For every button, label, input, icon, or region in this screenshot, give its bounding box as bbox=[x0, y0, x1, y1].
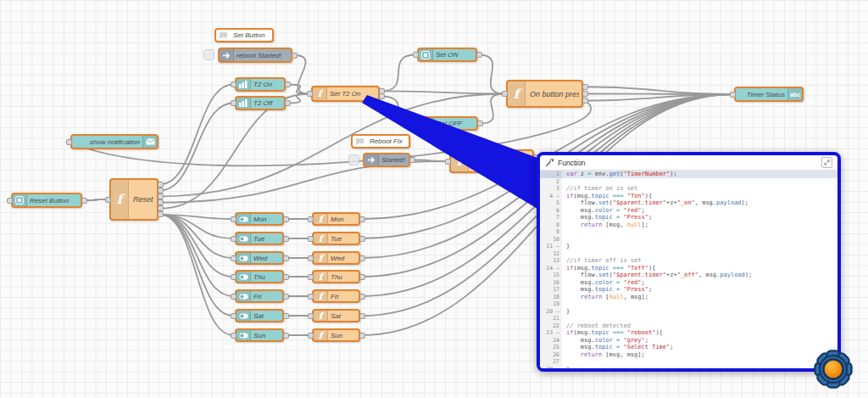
port[interactable] bbox=[158, 193, 164, 199]
t2-on-node[interactable]: T2 On bbox=[235, 77, 286, 92]
reboot-fix-node[interactable]: Reboot Fix bbox=[351, 134, 410, 149]
port[interactable] bbox=[359, 294, 365, 300]
port[interactable] bbox=[308, 313, 314, 319]
port[interactable] bbox=[231, 294, 236, 300]
wire[interactable] bbox=[585, 94, 732, 95]
port[interactable] bbox=[231, 255, 236, 261]
started-node[interactable]: Started! bbox=[363, 153, 410, 167]
wire[interactable] bbox=[160, 215, 233, 238]
wire[interactable] bbox=[160, 215, 233, 219]
wire[interactable] bbox=[160, 94, 504, 197]
port[interactable] bbox=[231, 81, 236, 87]
port[interactable] bbox=[158, 211, 164, 217]
wire[interactable] bbox=[381, 97, 416, 124]
func-tue-node[interactable]: fTue bbox=[312, 232, 360, 245]
port[interactable] bbox=[283, 313, 289, 319]
switch-tue-node[interactable]: Tue bbox=[235, 232, 284, 245]
port[interactable] bbox=[7, 198, 13, 204]
port[interactable] bbox=[158, 205, 164, 211]
port[interactable] bbox=[231, 313, 236, 319]
func-fri-node[interactable]: fFri bbox=[312, 289, 360, 303]
port[interactable] bbox=[283, 333, 289, 339]
wire[interactable] bbox=[160, 85, 233, 185]
switch-sun-node[interactable]: Sun bbox=[235, 328, 284, 342]
port[interactable] bbox=[409, 157, 415, 163]
func-wed-node[interactable]: fWed bbox=[312, 251, 360, 265]
port[interactable] bbox=[414, 121, 420, 126]
expand-button[interactable] bbox=[821, 157, 832, 168]
wire[interactable] bbox=[160, 215, 233, 316]
reboot-started-node[interactable]: reboot Started! bbox=[218, 48, 292, 63]
port[interactable] bbox=[308, 236, 314, 242]
port[interactable] bbox=[359, 216, 365, 222]
port[interactable] bbox=[283, 294, 289, 300]
port[interactable] bbox=[308, 333, 314, 339]
switch-sat-node[interactable]: Sat bbox=[235, 309, 284, 322]
wire[interactable] bbox=[381, 55, 415, 92]
wire[interactable] bbox=[160, 215, 233, 277]
set-on-node[interactable]: Set ON bbox=[417, 48, 477, 62]
port[interactable] bbox=[81, 198, 87, 204]
port[interactable] bbox=[231, 216, 236, 222]
port[interactable] bbox=[158, 199, 164, 205]
port[interactable] bbox=[359, 333, 365, 339]
func-sun-node[interactable]: fSun bbox=[312, 328, 360, 342]
wire[interactable] bbox=[160, 215, 233, 296]
port[interactable] bbox=[359, 274, 365, 280]
port[interactable] bbox=[283, 216, 289, 222]
wire[interactable] bbox=[160, 104, 233, 191]
on-button-press-node[interactable]: fOn button press bbox=[506, 80, 583, 108]
port[interactable] bbox=[445, 159, 451, 165]
port[interactable] bbox=[476, 52, 482, 58]
port[interactable] bbox=[730, 92, 736, 98]
port[interactable] bbox=[379, 93, 385, 99]
port[interactable] bbox=[283, 255, 289, 261]
port[interactable] bbox=[308, 294, 314, 300]
port[interactable] bbox=[359, 236, 365, 242]
set-off-node[interactable]: Set OFF bbox=[418, 116, 478, 131]
show-notification-node[interactable]: show notification bbox=[70, 134, 159, 149]
port[interactable] bbox=[105, 197, 111, 203]
reset-node[interactable]: fReset bbox=[109, 178, 159, 221]
flow-canvas[interactable]: Set Buttonreboot Started!T2 OnT2 OfffSet… bbox=[0, 0, 868, 398]
port[interactable] bbox=[158, 188, 164, 193]
wire[interactable] bbox=[585, 94, 732, 101]
set-button-node[interactable]: Set Button bbox=[214, 28, 274, 42]
port[interactable] bbox=[308, 274, 314, 280]
port[interactable] bbox=[283, 274, 289, 280]
t2-off-node[interactable]: T2 Off bbox=[235, 96, 286, 110]
wire[interactable] bbox=[160, 215, 233, 335]
port[interactable] bbox=[413, 52, 419, 58]
port[interactable] bbox=[359, 313, 365, 319]
port[interactable] bbox=[307, 91, 313, 97]
port[interactable] bbox=[231, 274, 236, 280]
link-stub[interactable] bbox=[203, 49, 214, 60]
wire[interactable] bbox=[480, 94, 504, 124]
code-editor[interactable]: 1var z = env.get("TimerNumber");23//if t… bbox=[540, 171, 837, 368]
port[interactable] bbox=[231, 100, 236, 106]
port[interactable] bbox=[477, 121, 483, 126]
port[interactable] bbox=[582, 91, 588, 97]
port[interactable] bbox=[308, 216, 314, 222]
wire[interactable] bbox=[412, 160, 448, 162]
switch-thu-node[interactable]: Thu bbox=[235, 270, 284, 283]
port[interactable] bbox=[231, 333, 236, 339]
timer-status-node[interactable]: abcTimer Status bbox=[734, 87, 804, 102]
func-sat-node[interactable]: fSat bbox=[312, 309, 360, 322]
switch-fri-node[interactable]: Fri bbox=[235, 289, 284, 303]
link-stub[interactable] bbox=[348, 154, 359, 165]
switch-mon-node[interactable]: Mon bbox=[235, 212, 284, 226]
wire[interactable] bbox=[160, 161, 448, 203]
wire[interactable] bbox=[160, 215, 233, 258]
wire[interactable] bbox=[160, 94, 309, 209]
port[interactable] bbox=[285, 81, 291, 87]
port[interactable] bbox=[231, 236, 236, 242]
func-mon-node[interactable]: fMon bbox=[312, 212, 360, 226]
reset-button-node[interactable]: Reset Button bbox=[11, 193, 82, 208]
set-t2-on-node[interactable]: fSet T2 On bbox=[311, 86, 380, 102]
port[interactable] bbox=[158, 182, 164, 188]
wire[interactable] bbox=[479, 55, 504, 94]
func-thu-node[interactable]: fThu bbox=[312, 270, 360, 283]
switch-wed-node[interactable]: Wed bbox=[235, 251, 284, 265]
port[interactable] bbox=[283, 236, 289, 242]
